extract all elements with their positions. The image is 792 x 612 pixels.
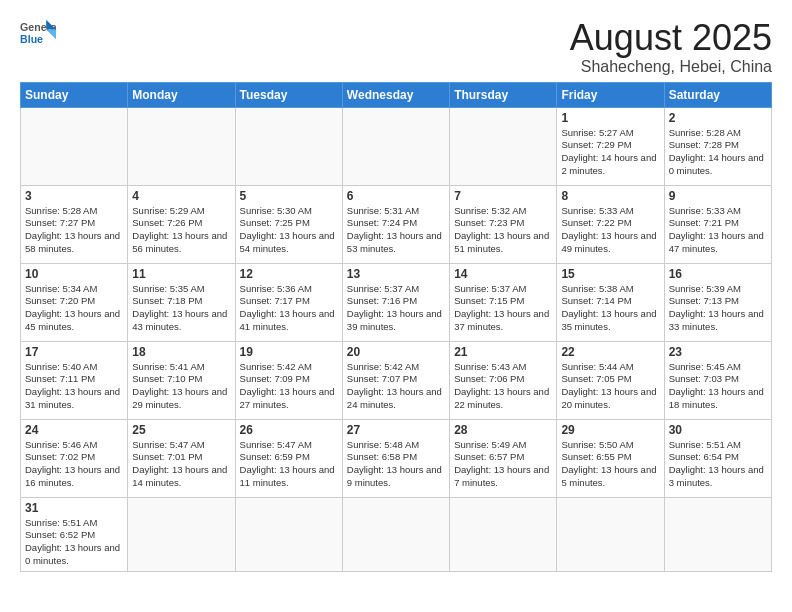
generalblue-logo-icon: General Blue: [20, 18, 56, 46]
day-number: 15: [561, 267, 659, 281]
day-info: Sunrise: 5:41 AM Sunset: 7:10 PM Dayligh…: [132, 361, 230, 412]
table-cell: [450, 107, 557, 185]
table-cell: 22Sunrise: 5:44 AM Sunset: 7:05 PM Dayli…: [557, 341, 664, 419]
col-monday: Monday: [128, 82, 235, 107]
day-number: 12: [240, 267, 338, 281]
day-number: 28: [454, 423, 552, 437]
day-number: 14: [454, 267, 552, 281]
header: General Blue August 2025 Shahecheng, Heb…: [20, 18, 772, 76]
day-number: 27: [347, 423, 445, 437]
calendar-table: Sunday Monday Tuesday Wednesday Thursday…: [20, 82, 772, 572]
day-info: Sunrise: 5:42 AM Sunset: 7:07 PM Dayligh…: [347, 361, 445, 412]
day-info: Sunrise: 5:47 AM Sunset: 7:01 PM Dayligh…: [132, 439, 230, 490]
week-row-4: 17Sunrise: 5:40 AM Sunset: 7:11 PM Dayli…: [21, 341, 772, 419]
day-info: Sunrise: 5:45 AM Sunset: 7:03 PM Dayligh…: [669, 361, 767, 412]
day-info: Sunrise: 5:33 AM Sunset: 7:21 PM Dayligh…: [669, 205, 767, 256]
table-cell: [128, 497, 235, 571]
table-cell: 15Sunrise: 5:38 AM Sunset: 7:14 PM Dayli…: [557, 263, 664, 341]
table-cell: 27Sunrise: 5:48 AM Sunset: 6:58 PM Dayli…: [342, 419, 449, 497]
day-info: Sunrise: 5:51 AM Sunset: 6:54 PM Dayligh…: [669, 439, 767, 490]
table-cell: 25Sunrise: 5:47 AM Sunset: 7:01 PM Dayli…: [128, 419, 235, 497]
logo: General Blue: [20, 18, 56, 46]
day-info: Sunrise: 5:28 AM Sunset: 7:28 PM Dayligh…: [669, 127, 767, 178]
table-cell: [128, 107, 235, 185]
svg-text:Blue: Blue: [20, 33, 43, 45]
day-info: Sunrise: 5:39 AM Sunset: 7:13 PM Dayligh…: [669, 283, 767, 334]
table-cell: [557, 497, 664, 571]
title-block: August 2025 Shahecheng, Hebei, China: [570, 18, 772, 76]
table-cell: 9Sunrise: 5:33 AM Sunset: 7:21 PM Daylig…: [664, 185, 771, 263]
day-info: Sunrise: 5:48 AM Sunset: 6:58 PM Dayligh…: [347, 439, 445, 490]
table-cell: 20Sunrise: 5:42 AM Sunset: 7:07 PM Dayli…: [342, 341, 449, 419]
day-number: 7: [454, 189, 552, 203]
day-number: 6: [347, 189, 445, 203]
day-info: Sunrise: 5:28 AM Sunset: 7:27 PM Dayligh…: [25, 205, 123, 256]
col-friday: Friday: [557, 82, 664, 107]
table-cell: 23Sunrise: 5:45 AM Sunset: 7:03 PM Dayli…: [664, 341, 771, 419]
day-number: 21: [454, 345, 552, 359]
table-cell: [664, 497, 771, 571]
week-row-3: 10Sunrise: 5:34 AM Sunset: 7:20 PM Dayli…: [21, 263, 772, 341]
table-cell: 19Sunrise: 5:42 AM Sunset: 7:09 PM Dayli…: [235, 341, 342, 419]
day-info: Sunrise: 5:40 AM Sunset: 7:11 PM Dayligh…: [25, 361, 123, 412]
day-number: 18: [132, 345, 230, 359]
table-cell: 29Sunrise: 5:50 AM Sunset: 6:55 PM Dayli…: [557, 419, 664, 497]
col-saturday: Saturday: [664, 82, 771, 107]
table-cell: 4Sunrise: 5:29 AM Sunset: 7:26 PM Daylig…: [128, 185, 235, 263]
table-cell: [235, 107, 342, 185]
day-number: 13: [347, 267, 445, 281]
table-cell: 16Sunrise: 5:39 AM Sunset: 7:13 PM Dayli…: [664, 263, 771, 341]
col-thursday: Thursday: [450, 82, 557, 107]
day-info: Sunrise: 5:51 AM Sunset: 6:52 PM Dayligh…: [25, 517, 123, 568]
col-sunday: Sunday: [21, 82, 128, 107]
day-info: Sunrise: 5:31 AM Sunset: 7:24 PM Dayligh…: [347, 205, 445, 256]
day-number: 22: [561, 345, 659, 359]
day-number: 8: [561, 189, 659, 203]
table-cell: 12Sunrise: 5:36 AM Sunset: 7:17 PM Dayli…: [235, 263, 342, 341]
day-number: 20: [347, 345, 445, 359]
day-number: 10: [25, 267, 123, 281]
table-cell: [342, 497, 449, 571]
table-cell: 10Sunrise: 5:34 AM Sunset: 7:20 PM Dayli…: [21, 263, 128, 341]
table-cell: [342, 107, 449, 185]
day-info: Sunrise: 5:49 AM Sunset: 6:57 PM Dayligh…: [454, 439, 552, 490]
day-number: 5: [240, 189, 338, 203]
week-row-1: 1Sunrise: 5:27 AM Sunset: 7:29 PM Daylig…: [21, 107, 772, 185]
week-row-6: 31Sunrise: 5:51 AM Sunset: 6:52 PM Dayli…: [21, 497, 772, 571]
calendar-title: August 2025: [570, 18, 772, 58]
table-cell: 3Sunrise: 5:28 AM Sunset: 7:27 PM Daylig…: [21, 185, 128, 263]
day-number: 19: [240, 345, 338, 359]
day-info: Sunrise: 5:44 AM Sunset: 7:05 PM Dayligh…: [561, 361, 659, 412]
day-number: 26: [240, 423, 338, 437]
table-cell: 11Sunrise: 5:35 AM Sunset: 7:18 PM Dayli…: [128, 263, 235, 341]
week-row-5: 24Sunrise: 5:46 AM Sunset: 7:02 PM Dayli…: [21, 419, 772, 497]
day-info: Sunrise: 5:27 AM Sunset: 7:29 PM Dayligh…: [561, 127, 659, 178]
day-number: 25: [132, 423, 230, 437]
day-info: Sunrise: 5:34 AM Sunset: 7:20 PM Dayligh…: [25, 283, 123, 334]
col-tuesday: Tuesday: [235, 82, 342, 107]
table-cell: 18Sunrise: 5:41 AM Sunset: 7:10 PM Dayli…: [128, 341, 235, 419]
day-info: Sunrise: 5:35 AM Sunset: 7:18 PM Dayligh…: [132, 283, 230, 334]
table-cell: 28Sunrise: 5:49 AM Sunset: 6:57 PM Dayli…: [450, 419, 557, 497]
day-info: Sunrise: 5:29 AM Sunset: 7:26 PM Dayligh…: [132, 205, 230, 256]
table-cell: [450, 497, 557, 571]
day-info: Sunrise: 5:50 AM Sunset: 6:55 PM Dayligh…: [561, 439, 659, 490]
table-cell: 24Sunrise: 5:46 AM Sunset: 7:02 PM Dayli…: [21, 419, 128, 497]
table-cell: [21, 107, 128, 185]
day-number: 4: [132, 189, 230, 203]
weekday-header-row: Sunday Monday Tuesday Wednesday Thursday…: [21, 82, 772, 107]
calendar-subtitle: Shahecheng, Hebei, China: [570, 58, 772, 76]
table-cell: 26Sunrise: 5:47 AM Sunset: 6:59 PM Dayli…: [235, 419, 342, 497]
table-cell: 17Sunrise: 5:40 AM Sunset: 7:11 PM Dayli…: [21, 341, 128, 419]
table-cell: 1Sunrise: 5:27 AM Sunset: 7:29 PM Daylig…: [557, 107, 664, 185]
table-cell: 7Sunrise: 5:32 AM Sunset: 7:23 PM Daylig…: [450, 185, 557, 263]
table-cell: 13Sunrise: 5:37 AM Sunset: 7:16 PM Dayli…: [342, 263, 449, 341]
day-info: Sunrise: 5:47 AM Sunset: 6:59 PM Dayligh…: [240, 439, 338, 490]
page: General Blue August 2025 Shahecheng, Heb…: [0, 0, 792, 582]
day-number: 3: [25, 189, 123, 203]
day-number: 11: [132, 267, 230, 281]
day-number: 23: [669, 345, 767, 359]
day-number: 1: [561, 111, 659, 125]
day-info: Sunrise: 5:30 AM Sunset: 7:25 PM Dayligh…: [240, 205, 338, 256]
day-number: 30: [669, 423, 767, 437]
